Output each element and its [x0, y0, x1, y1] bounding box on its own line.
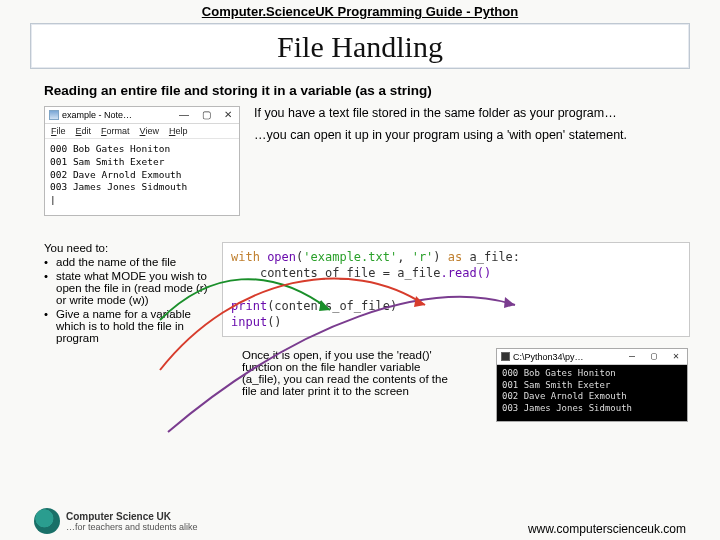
close-button[interactable]: ✕: [665, 349, 687, 364]
needto-item-0: add the name of the file: [56, 256, 214, 268]
console-output-window: C:\Python34\py… — ▢ ✕ 000 Bob Gates Honi…: [496, 348, 688, 422]
you-need-to: You need to: •add the name of the file •…: [44, 242, 214, 397]
menu-help[interactable]: Help: [169, 126, 188, 136]
menu-format[interactable]: Format: [101, 126, 130, 136]
maximize-button[interactable]: ▢: [195, 108, 217, 123]
list-item: •add the name of the file: [44, 256, 214, 268]
logo-text: Computer Science UK …for teachers and st…: [66, 511, 198, 532]
close-button[interactable]: ✕: [217, 108, 239, 123]
footer-logo: Computer Science UK …for teachers and st…: [34, 508, 198, 534]
section-heading: Reading an entire file and storing it in…: [44, 83, 720, 98]
footer-url: www.computerscienceuk.com: [528, 522, 686, 536]
menu-edit[interactable]: Edit: [76, 126, 92, 136]
notepad-title: example - Note…: [62, 110, 173, 120]
intro-line-1: If you have a text file stored in the sa…: [254, 106, 690, 120]
needto-item-1: state what MODE you wish to open the fil…: [56, 270, 214, 306]
notepad-menubar: File Edit Format View Help: [45, 124, 239, 139]
console-title: C:\Python34\py…: [513, 352, 621, 362]
list-item: •state what MODE you wish to open the fi…: [44, 270, 214, 306]
console-titlebar: C:\Python34\py… — ▢ ✕: [497, 349, 687, 365]
intro-line-2: …you can open it up in your program usin…: [254, 128, 690, 142]
logo-icon: [34, 508, 60, 534]
page-title-box: File Handling: [30, 23, 690, 69]
notepad-titlebar: example - Note… — ▢ ✕: [45, 107, 239, 124]
list-item: •Give a name for a variable which is to …: [44, 308, 214, 344]
menu-view[interactable]: View: [140, 126, 159, 136]
console-icon: [501, 352, 510, 361]
maximize-button[interactable]: ▢: [643, 349, 665, 364]
minimize-button[interactable]: —: [621, 349, 643, 364]
explanation-text: Once it is open, if you use the 'read()'…: [242, 349, 457, 397]
minimize-button[interactable]: —: [173, 108, 195, 123]
intro-text: If you have a text file stored in the sa…: [254, 106, 690, 216]
needto-header: You need to:: [44, 242, 214, 254]
notepad-window: example - Note… — ▢ ✕ File Edit Format V…: [44, 106, 240, 216]
needto-item-2: Give a name for a variable which is to h…: [56, 308, 214, 344]
header-line: Computer.ScienceUK Programming Guide - P…: [0, 4, 720, 19]
notepad-icon: [49, 110, 59, 120]
notepad-content: 000 Bob Gates Honiton 001 Sam Smith Exet…: [45, 139, 239, 215]
menu-file[interactable]: File: [51, 126, 66, 136]
code-example: with open('example.txt', 'r') as a_file:…: [222, 242, 690, 337]
console-content: 000 Bob Gates Honiton 001 Sam Smith Exet…: [497, 365, 687, 421]
